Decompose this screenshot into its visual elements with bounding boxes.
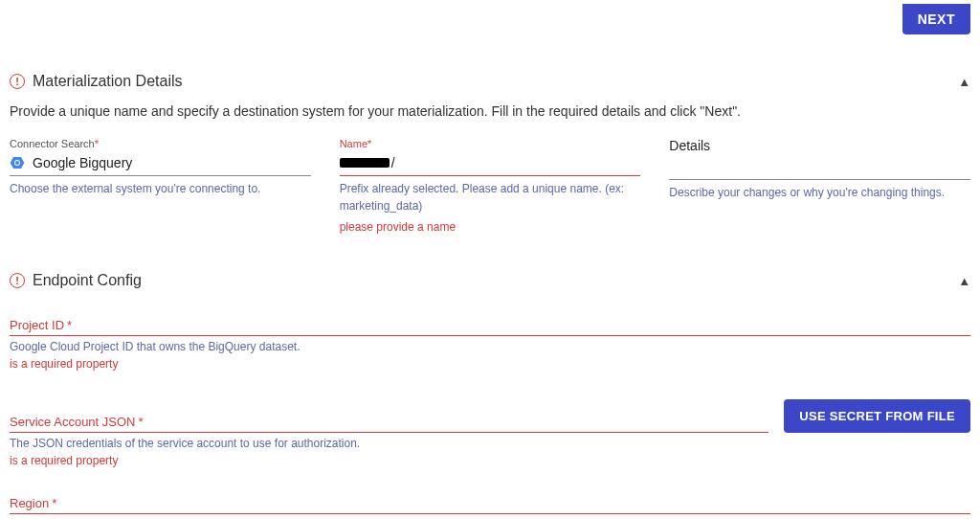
service-account-field: Service Account JSON* USE SECRET FROM FI… [10,399,970,467]
bigquery-icon [10,155,25,170]
materialization-description: Provide a unique name and specify a dest… [10,103,970,119]
connector-search-input[interactable] [33,155,311,170]
details-label: Details [669,138,970,153]
svg-point-2 [15,161,19,165]
details-input-line[interactable] [669,157,970,180]
project-id-help: Google Cloud Project ID that owns the Bi… [10,340,970,353]
endpoint-title: Endpoint Config [33,272,142,289]
region-input[interactable]: Region* [10,496,970,514]
connector-search-input-line[interactable] [10,153,311,176]
connector-search-field: Connector Search* Choose the external sy… [10,138,311,234]
materialization-title: Materialization Details [33,73,183,90]
chevron-up-icon: ▲ [958,75,970,89]
name-prefix-redacted [340,158,390,168]
service-account-input[interactable]: Service Account JSON* [10,415,768,433]
warning-icon: ! [10,74,25,89]
name-error: please provide a name [340,220,641,234]
service-account-help: The JSON credentials of the service acco… [10,437,970,450]
project-id-field: Project ID* Google Cloud Project ID that… [10,318,970,371]
materialization-section-header[interactable]: ! Materialization Details ▲ [10,73,970,90]
endpoint-section-header[interactable]: ! Endpoint Config ▲ [10,272,970,289]
name-suffix: / [391,155,395,170]
name-input-line[interactable]: / [340,153,641,176]
details-field: Details Describe your changes or why you… [669,138,970,234]
warning-icon: ! [10,273,25,288]
service-account-error: is a required property [10,454,970,467]
connector-search-help: Choose the external system you're connec… [10,180,311,197]
name-label: Name* [340,138,641,149]
next-button[interactable]: NEXT [902,4,970,34]
project-id-input[interactable]: Project ID* [10,318,970,336]
details-help: Describe your changes or why you're chan… [669,184,970,201]
details-input[interactable] [669,159,970,174]
connector-search-label: Connector Search* [10,138,311,149]
region-field: Region* Region where both the Bucket and… [10,496,970,519]
project-id-error: is a required property [10,357,970,371]
name-field: Name* / Prefix already selected. Please … [340,138,641,234]
chevron-up-icon: ▲ [958,274,970,288]
name-help: Prefix already selected. Please add a un… [340,180,641,214]
use-secret-from-file-button[interactable]: USE SECRET FROM FILE [784,399,970,433]
